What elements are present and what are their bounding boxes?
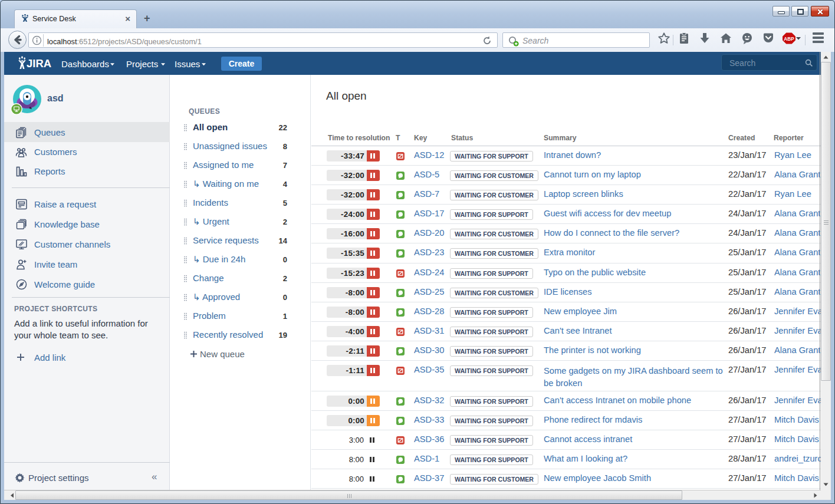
svg-text:ABP: ABP xyxy=(784,37,794,42)
